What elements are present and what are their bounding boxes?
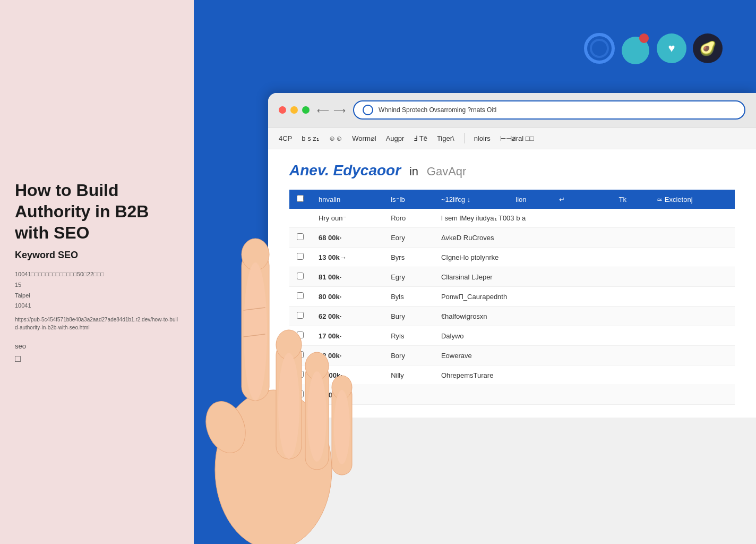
row-checkbox[interactable] [297,332,304,338]
nav-forward-icon[interactable]: ⟶ [333,105,346,115]
toolbar-divider [464,133,465,143]
row-checkbox[interactable] [297,273,304,279]
sidebar: How to Build Authority in B2B with SEO K… [0,0,194,544]
row-keyword: €halfowigrosxn [434,307,735,326]
col-header-blank [586,190,611,209]
row-trend: Byrs [383,248,434,267]
table-row: 8F 00k· [289,385,735,405]
address-text: Whnind Sprotech Ovsarroming ?rnats Oitl [379,106,736,114]
page-title: How to Build Authority in B2B with SEO [15,180,179,243]
subheader-col3: l sem lMey iludya₁ T003 b a [434,209,735,228]
svg-text:🥑: 🥑 [699,40,717,57]
row-checkbox[interactable] [297,233,304,240]
circle-outline-icon [583,32,616,65]
toolbar-item-8[interactable]: nloirs [474,134,491,142]
row-volume: 81 00k· [311,267,383,287]
row-keyword: ΔvkeD RuCroves [434,228,735,248]
title-part1: Anev. Edycaoor [289,162,401,178]
sidebar-tag: seo [15,342,179,350]
browser-chrome: ⟵ ⟶ Whnind Sprotech Ovsarroming ?rnats O… [268,93,756,128]
top-circles: ♥ 🥑 [583,32,724,65]
col-header-tk[interactable]: Tk [612,190,650,209]
close-button[interactable] [279,106,286,114]
toolbar-item-3[interactable]: ☺☺ [329,134,343,142]
table-subheader-row: Hry oun⁻ Roro l sem lMey iludya₁ T003 b … [289,209,735,228]
svg-line-23 [244,334,265,337]
row-trend: Byls [383,287,434,307]
sidebar-url: https://pub-5c454f571b8e40a3a2aad27ade84… [15,316,179,332]
circle-heart-icon: ♥ [655,32,688,65]
address-bar[interactable]: Whnind Sprotech Ovsarroming ?rnats Oitl [353,100,745,120]
row-keyword: CIgnei-lo ptolynrke [434,248,735,267]
row-keyword: PonwΠ_Caurapednth [434,287,735,307]
row-volume: 80 00k· [311,287,383,307]
row-checkbox[interactable] [297,371,304,378]
minimize-button[interactable] [290,106,298,114]
svg-text:♥: ♥ [668,41,675,55]
nav-back-icon[interactable]: ⟵ [317,105,329,115]
toolbar-item-6[interactable]: Ⅎ Tē [414,134,427,142]
col-header-12lifcg[interactable]: ~12lifcg ↓ [434,190,508,209]
row-checkbox[interactable] [297,390,304,397]
row-keyword: OhrepemsTurare [434,366,735,385]
row-trend: Eory [383,228,434,248]
row-trend: Ryls [383,326,434,346]
row-checkbox[interactable] [297,292,304,299]
sidebar-icon: □ [15,353,179,364]
table-row: 32 00k· Bory Eowerave [289,346,735,366]
row-checkbox[interactable] [297,312,304,319]
row-keyword: Cllarsinal LJeper [434,267,735,287]
row-trend: Egry [383,267,434,287]
toolbar-item-9[interactable]: ⊢⊣ⱥral □□ [500,134,534,142]
svg-rect-9 [242,252,269,401]
row-trend: Bury [383,307,434,326]
row-keyword: Eowerave [434,346,735,366]
col-header-invalid[interactable]: hnvalin [311,190,383,209]
browser-window: ⟵ ⟶ Whnind Sprotech Ovsarroming ?rnats O… [268,93,756,544]
traffic-lights [279,106,310,114]
row-volume: 68 00k· [311,228,383,248]
table-row: 17 00k· Ryls Dalywo [289,326,735,346]
toolbar-item-7[interactable]: Tiger\ [437,134,454,142]
keyword-table: hnvalin ls⁻lb ~12lifcg ↓ lion ↵ Tk ≃ Exc… [289,190,735,405]
maximize-button[interactable] [302,106,310,114]
title-part3: GavAqr [427,165,467,178]
table-row: 80 00k· Byls PonwΠ_Caurapednth [289,287,735,307]
content-title: Anev. Edycaoor in GavAqr [289,162,735,179]
select-all-checkbox[interactable] [297,195,304,202]
row-volume: 62 00k· [311,307,383,326]
col-header-lstb[interactable]: ls⁻lb [383,190,434,209]
svg-line-22 [244,308,265,310]
row-checkbox[interactable] [297,253,304,260]
row-trend: Bory [383,346,434,366]
col-header-excietonj[interactable]: ≃ Excietonj [649,190,735,209]
row-volume: S0 00k· [311,366,383,385]
svg-point-3 [639,33,649,43]
col-header-arrow[interactable]: ↵ [552,190,587,209]
col-header-lion[interactable]: lion [508,190,551,209]
row-volume: 8F 00k· [311,385,383,405]
row-trend: Nilly [383,366,434,385]
circle-teal-icon [619,32,652,65]
row-keyword: Dalywo [434,326,735,346]
toolbar-item-2[interactable]: b s z₁ [302,134,319,142]
main-area: ♥ 🥑 ⟵ ⟶ Whnind Sprotech Ov [194,0,756,544]
browser-toolbar: 4CP b s z₁ ☺☺ Worm⌀l Augpr Ⅎ Tē Tiger\ n… [268,128,756,149]
toolbar-item-5[interactable]: Augpr [386,134,405,142]
row-volume: 32 00k· [311,346,383,366]
toolbar-item-1[interactable]: 4CP [279,134,292,142]
title-part2: in [409,165,418,178]
browser-security-icon [363,105,373,115]
table-row: S0 00k· Nilly OhrepemsTurare [289,366,735,385]
row-checkbox[interactable] [297,351,304,358]
svg-point-18 [244,262,267,401]
table-row: 62 00k· Bury €halfowigrosxn [289,307,735,326]
table-row: 81 00k· Egry Cllarsinal LJeper [289,267,735,287]
svg-point-10 [242,239,269,270]
toolbar-item-4[interactable]: Worm⌀l [352,134,376,142]
col-header-checkbox [289,190,311,209]
sidebar-subtitle: Keyword SEO [15,250,179,261]
table-row: 13 00k→ Byrs CIgnei-lo ptolynrke [289,248,735,267]
sidebar-meta: 10041□□□□□□□□□□□□□50□22□□□ 15 Taipei 100… [15,269,179,311]
table-row: 68 00k· Eory ΔvkeD RuCroves [289,228,735,248]
